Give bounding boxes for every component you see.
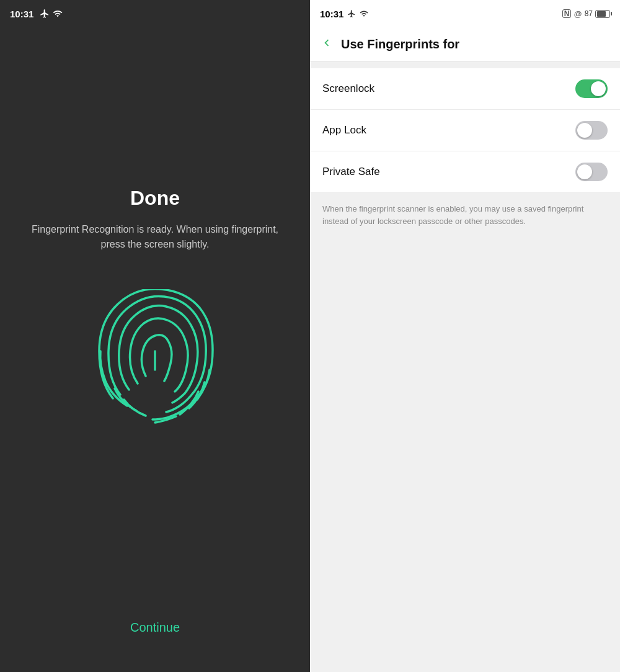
screenlock-toggle[interactable] bbox=[575, 79, 608, 98]
applock-toggle[interactable] bbox=[575, 121, 608, 140]
done-title: Done bbox=[130, 187, 180, 210]
right-wifi-icon bbox=[360, 9, 368, 18]
settings-item-screenlock: Screenlock bbox=[310, 68, 620, 110]
right-status-left: 10:31 bbox=[320, 9, 368, 19]
battery-percent: 87 bbox=[585, 9, 593, 18]
settings-item-privatesafe: Private Safe bbox=[310, 151, 620, 193]
battery-icon bbox=[595, 10, 610, 18]
screenlock-label: Screenlock bbox=[322, 83, 374, 95]
applock-toggle-knob bbox=[577, 123, 592, 138]
settings-list: Screenlock App Lock Private Safe bbox=[310, 68, 620, 193]
page-title: Use Fingerprints for bbox=[341, 37, 459, 52]
app-header: Use Fingerprints for bbox=[310, 27, 620, 62]
settings-description-text: When the fingerprint scanner is enabled,… bbox=[322, 203, 608, 227]
right-status-right: N @ 87 bbox=[562, 9, 610, 19]
continue-button[interactable]: Continue bbox=[130, 620, 180, 635]
settings-item-applock: App Lock bbox=[310, 110, 620, 151]
account-icon: @ bbox=[574, 9, 582, 19]
right-panel: 10:31 N @ 87 bbox=[310, 0, 620, 672]
screenlock-toggle-knob bbox=[591, 81, 606, 96]
back-chevron-icon bbox=[320, 36, 334, 50]
right-airplane-icon bbox=[347, 9, 356, 18]
left-panel: 10:31 Done Fingerprint Recognition is re… bbox=[0, 0, 310, 672]
back-button[interactable] bbox=[320, 36, 334, 53]
privatesafe-toggle-knob bbox=[577, 164, 592, 179]
right-status-bar: 10:31 N @ 87 bbox=[310, 0, 620, 27]
fingerprint-illustration bbox=[87, 289, 223, 426]
applock-label: App Lock bbox=[322, 124, 366, 137]
right-time: 10:31 bbox=[320, 9, 343, 19]
left-main-content: Done Fingerprint Recognition is ready. W… bbox=[0, 0, 310, 672]
nfc-icon: N bbox=[562, 9, 572, 18]
privatesafe-label: Private Safe bbox=[322, 166, 380, 178]
privatesafe-toggle[interactable] bbox=[575, 163, 608, 181]
done-subtitle: Fingerprint Recognition is ready. When u… bbox=[25, 222, 285, 252]
settings-description: When the fingerprint scanner is enabled,… bbox=[310, 193, 620, 237]
